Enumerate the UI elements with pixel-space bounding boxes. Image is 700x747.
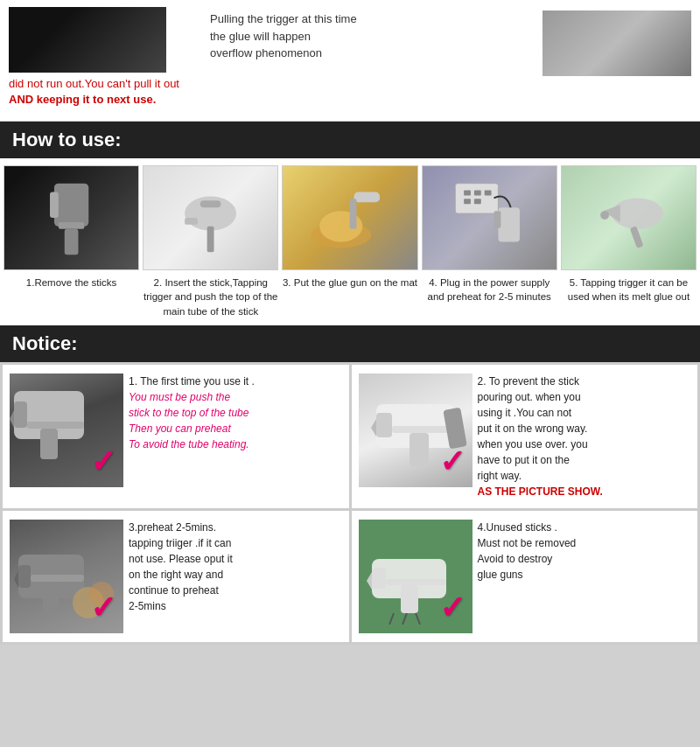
checkmark-2: ✓ xyxy=(439,443,466,480)
top-left-warning: did not run out.You can't pull it out AN… xyxy=(9,7,201,108)
step-4-svg xyxy=(423,166,556,269)
notice-cell-4: ✓ 4.Unused sticks . Must not be removed … xyxy=(352,511,698,642)
step-1: 1.Remove the sticks xyxy=(4,165,139,318)
notice-image-1: ✓ xyxy=(10,374,123,487)
steps-row: 1.Remove the sticks 2. Insert the stick,… xyxy=(0,158,700,325)
how-to-use-section: How to use: 1.Remove the sticks xyxy=(0,122,700,325)
step-4: 4. Plug in the power supply and preheat … xyxy=(422,165,557,318)
notice-cell-2: ✓ 2. To prevent the stick pouring out. w… xyxy=(352,365,698,508)
step-5-caption: 5. Tapping trigger it can be used when i… xyxy=(561,276,696,304)
svg-rect-12 xyxy=(455,184,498,213)
warning-text: did not run out.You can't pull it out AN… xyxy=(9,77,179,106)
step-3: 3. Put the glue gun on the mat xyxy=(282,165,417,318)
step-2-svg xyxy=(144,166,277,269)
svg-rect-13 xyxy=(464,191,471,196)
step-2: 2. Insert the stick,Tapping trigger and … xyxy=(143,165,278,318)
svg-rect-14 xyxy=(474,191,481,196)
svg-point-22 xyxy=(600,212,609,220)
svg-rect-36 xyxy=(18,565,31,588)
svg-marker-37 xyxy=(14,570,18,588)
step-5: 5. Tapping trigger it can be used when i… xyxy=(561,165,696,318)
top-section: did not run out.You can't pull it out AN… xyxy=(0,0,700,122)
notice-grid: ✓ 1. The first time you use it . You mus… xyxy=(0,362,700,645)
bottom-spacer xyxy=(0,645,700,680)
svg-rect-38 xyxy=(31,575,84,582)
svg-rect-7 xyxy=(185,218,198,225)
how-to-use-header: How to use: xyxy=(0,122,700,158)
step-1-caption: 1.Remove the sticks xyxy=(26,276,117,290)
step-4-caption: 4. Plug in the power supply and preheat … xyxy=(422,276,557,304)
svg-rect-0 xyxy=(54,184,88,227)
svg-rect-18 xyxy=(498,208,520,242)
notice-cell-3: ✓ 3.preheat 2-5mins. tapping triiger .if… xyxy=(3,511,349,642)
notice-cell-1: ✓ 1. The first time you use it . You mus… xyxy=(3,365,349,508)
svg-rect-44 xyxy=(372,568,386,589)
step-2-caption: 2. Insert the stick,Tapping trigger and … xyxy=(143,276,278,318)
svg-rect-25 xyxy=(14,401,27,428)
svg-rect-19 xyxy=(494,212,500,229)
svg-rect-17 xyxy=(474,199,481,205)
svg-rect-32 xyxy=(392,426,455,433)
svg-rect-30 xyxy=(376,413,392,437)
svg-rect-2 xyxy=(59,222,85,229)
svg-rect-33 xyxy=(410,433,429,466)
notice-header: Notice: xyxy=(0,325,700,362)
svg-rect-46 xyxy=(386,579,446,585)
svg-rect-10 xyxy=(354,192,381,203)
step-1-svg xyxy=(4,166,138,269)
notice-image-2: ✓ xyxy=(359,374,472,487)
step-5-image xyxy=(561,165,696,270)
svg-marker-31 xyxy=(371,419,376,436)
notice-text-2: 2. To prevent the stick pouring out. whe… xyxy=(478,374,691,499)
notice-image-4: ✓ xyxy=(359,520,472,633)
svg-marker-26 xyxy=(10,410,14,428)
notice-image-3: ✓ xyxy=(10,520,123,633)
notice-text-4: 4.Unused sticks . Must not be removed Av… xyxy=(478,520,691,583)
svg-rect-6 xyxy=(207,227,214,253)
svg-rect-28 xyxy=(40,429,58,459)
step-3-image xyxy=(282,165,417,270)
top-right-info: Pulling the trigger at this time the glu… xyxy=(210,7,691,108)
step-3-caption: 3. Put the glue gun on the mat xyxy=(283,276,417,290)
checkmark-3: ✓ xyxy=(90,590,116,626)
step-3-svg xyxy=(283,166,416,269)
notice-text-1: 1. The first time you use it . You must … xyxy=(129,374,342,452)
svg-rect-11 xyxy=(350,199,357,229)
svg-rect-39 xyxy=(43,582,59,612)
step-4-image xyxy=(422,165,557,270)
step-2-image xyxy=(143,165,278,270)
step-5-svg xyxy=(562,166,696,269)
step-1-image xyxy=(4,165,139,270)
svg-rect-5 xyxy=(200,201,221,208)
checkmark-4: ✓ xyxy=(439,590,466,626)
svg-rect-27 xyxy=(27,422,84,429)
svg-rect-47 xyxy=(401,585,418,613)
svg-rect-3 xyxy=(65,229,79,255)
notice-section: Notice: ✓ 1. The first time you use it .… xyxy=(0,325,700,645)
svg-rect-15 xyxy=(484,191,491,196)
svg-rect-1 xyxy=(50,192,59,219)
notice-text-3: 3.preheat 2-5mins. tapping triiger .if i… xyxy=(129,520,342,614)
svg-rect-23 xyxy=(630,227,644,249)
checkmark-1: ✓ xyxy=(90,443,116,480)
svg-rect-16 xyxy=(464,199,471,205)
